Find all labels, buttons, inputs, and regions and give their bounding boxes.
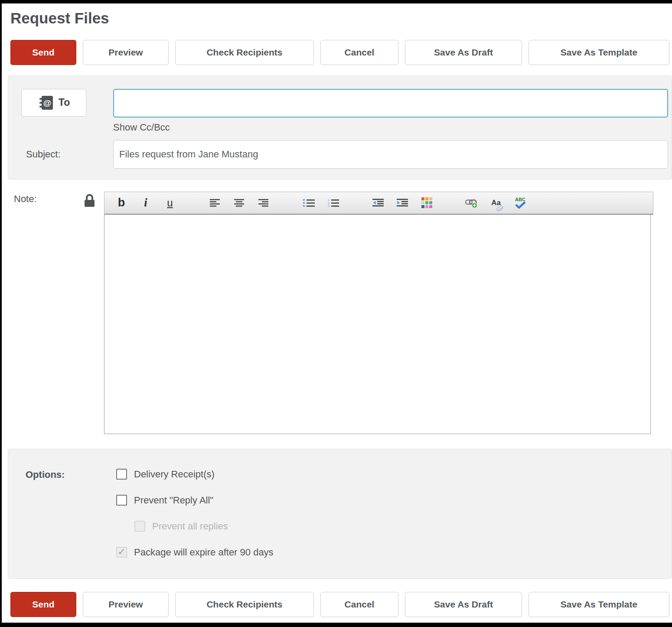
save-as-template-button[interactable]: Save As Template [528, 40, 669, 65]
to-row: @ To Show Cc/Bcc [21, 89, 672, 133]
underline-icon[interactable]: u [163, 196, 176, 210]
to-address-book-button[interactable]: @ To [21, 89, 86, 117]
color-palette-icon[interactable] [420, 196, 433, 210]
request-files-page: { "page": { "title": "Request Files" }, … [0, 0, 672, 627]
note-editor: b i u [104, 192, 653, 434]
option-label: Prevent all replies [152, 521, 228, 532]
page-title: Request Files [10, 9, 672, 28]
to-button-label: To [59, 97, 70, 108]
svg-text:@: @ [43, 98, 52, 108]
svg-text:3: 3 [328, 204, 329, 207]
save-as-draft-button[interactable]: Save As Draft [405, 592, 522, 617]
lock-icon [84, 193, 95, 208]
cancel-button[interactable]: Cancel [320, 40, 398, 65]
indent-icon[interactable] [396, 196, 409, 210]
cancel-button[interactable]: Cancel [320, 592, 398, 617]
action-button-row-top: Send Preview Check Recipients Cancel Sav… [10, 40, 672, 65]
check-recipients-button[interactable]: Check Recipients [175, 592, 314, 617]
send-button[interactable]: Send [10, 40, 76, 65]
note-label: Note: [14, 193, 37, 205]
spellcheck-icon[interactable]: ABC [514, 196, 527, 210]
note-section: Note: b i u [2, 192, 672, 434]
show-cc-bcc-link[interactable]: Show Cc/Bcc [113, 122, 170, 133]
unordered-list-icon[interactable] [302, 196, 315, 210]
check-recipients-button[interactable]: Check Recipients [175, 40, 314, 65]
italic-icon[interactable]: i [139, 196, 152, 210]
outdent-icon[interactable] [372, 196, 385, 210]
recipients-panel: @ To Show Cc/Bcc Subject: [8, 75, 672, 180]
subject-label: Subject: [26, 149, 113, 160]
align-left-icon[interactable] [209, 196, 222, 210]
package-expiry-checkbox [116, 547, 127, 558]
option-prevent-reply-all: Prevent "Reply All" [116, 494, 672, 506]
save-as-template-button[interactable]: Save As Template [528, 592, 669, 617]
to-input[interactable] [113, 89, 668, 118]
prevent-reply-all-checkbox[interactable] [116, 495, 127, 506]
option-label: Prevent "Reply All" [134, 495, 213, 506]
prevent-all-replies-checkbox [134, 521, 145, 532]
delivery-receipts-checkbox[interactable] [116, 469, 127, 480]
align-right-icon[interactable] [257, 196, 270, 210]
svg-text:1: 1 [328, 199, 329, 202]
subject-input[interactable] [113, 140, 668, 169]
ordered-list-icon[interactable]: 1 2 3 [326, 196, 339, 210]
options-panel: Options: Delivery Receipt(s) Prevent "Re… [8, 449, 672, 579]
option-label: Delivery Receipt(s) [134, 469, 215, 480]
save-as-draft-button[interactable]: Save As Draft [405, 40, 522, 65]
option-label: Package will expire after 90 days [134, 547, 274, 558]
font-style-icon[interactable]: Aa [489, 196, 502, 210]
bold-icon[interactable]: b [115, 196, 128, 210]
preview-button[interactable]: Preview [83, 40, 169, 65]
note-textarea[interactable] [104, 215, 651, 434]
address-book-icon: @ [38, 95, 54, 111]
options-label: Options: [26, 468, 116, 558]
send-button[interactable]: Send [10, 592, 76, 617]
option-package-expiry: Package will expire after 90 days [116, 546, 672, 558]
option-prevent-all-replies: Prevent all replies [134, 520, 672, 532]
subject-row: Subject: [21, 140, 672, 169]
action-button-row-bottom: Send Preview Check Recipients Cancel Sav… [10, 592, 672, 617]
align-center-icon[interactable] [233, 196, 246, 210]
editor-toolbar: b i u [104, 192, 653, 215]
option-delivery-receipts: Delivery Receipt(s) [116, 468, 672, 480]
preview-button[interactable]: Preview [83, 592, 169, 617]
insert-link-icon[interactable] [465, 196, 478, 210]
